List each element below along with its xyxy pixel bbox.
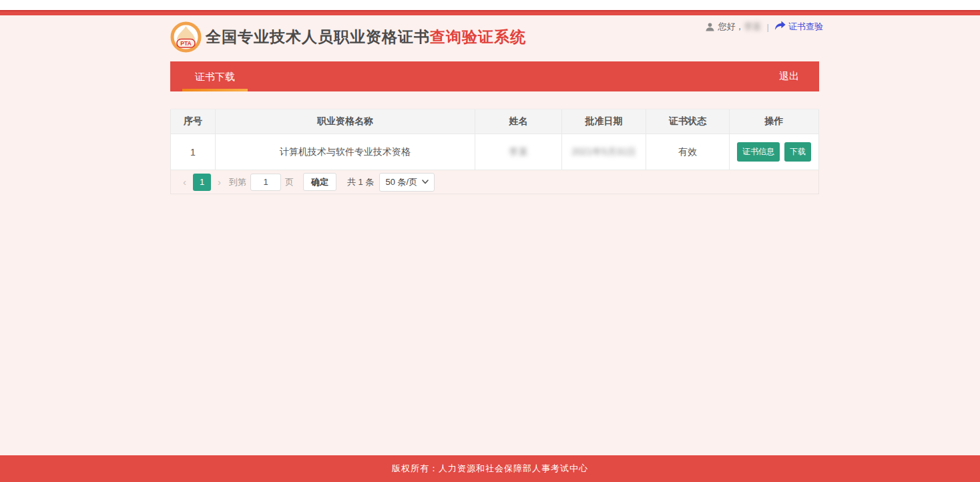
site-header: PTA 全国专业技术人员职业资格证书查询验证系统 您好， 李某 |: [170, 15, 819, 61]
total-count-label: 共 1 条: [347, 176, 374, 188]
navbar: 证书下载 退出: [170, 61, 819, 91]
page-size-value: 50 条/页: [385, 176, 417, 188]
user-icon: [705, 22, 715, 32]
page-title: 全国专业技术人员职业资格证书查询验证系统: [206, 27, 526, 47]
prev-page-button[interactable]: ‹: [179, 176, 190, 188]
header-status: 证书状态: [646, 109, 730, 134]
table-header-row: 序号 职业资格名称 姓名 批准日期 证书状态 操作: [170, 109, 819, 134]
cell-actions: 证书信息 下载: [730, 134, 819, 170]
confirm-page-button[interactable]: 确定: [303, 173, 336, 191]
certificate-verify-link[interactable]: 证书查验: [774, 21, 823, 33]
goto-prefix-label: 到第: [229, 176, 246, 188]
verify-link-label: 证书查验: [788, 21, 823, 33]
tab-certificate-download[interactable]: 证书下载: [182, 61, 248, 91]
header-name: 姓名: [475, 109, 562, 134]
top-white-strip: [0, 0, 980, 10]
copyright-text: 版权所有：人力资源和社会保障部人事考试中心: [392, 463, 588, 475]
page-title-main: 全国专业技术人员职业资格证书: [206, 28, 430, 45]
certificate-table: 序号 职业资格名称 姓名 批准日期 证书状态 操作 1 计算机技术与软件专业技术…: [170, 109, 819, 194]
cell-index: 1: [170, 134, 216, 170]
logout-button[interactable]: 退出: [779, 70, 819, 83]
cell-approval-date: 2021年5月31日: [562, 134, 646, 170]
goto-suffix-label: 页: [285, 176, 294, 188]
redacted-name: 李某: [509, 146, 528, 158]
cell-qualification: 计算机技术与软件专业技术资格: [216, 134, 475, 170]
greeting-separator: |: [767, 22, 769, 32]
cell-status: 有效: [646, 134, 730, 170]
chevron-down-icon: [422, 180, 429, 184]
greeting-user-name: 李某: [744, 21, 762, 33]
user-area: 您好， 李某 | 证书查验: [705, 21, 823, 33]
redacted-date: 2021年5月31日: [571, 146, 636, 158]
header-approval-date: 批准日期: [562, 109, 646, 134]
pta-logo-icon: PTA: [170, 21, 202, 53]
cell-name: 李某: [475, 134, 562, 170]
tab-label: 证书下载: [195, 71, 235, 82]
main-container: PTA 全国专业技术人员职业资格证书查询验证系统 您好， 李某 |: [170, 15, 819, 194]
share-arrow-icon: [774, 21, 788, 33]
header-index: 序号: [170, 109, 216, 134]
top-red-bar: [0, 10, 980, 15]
pagination-bar: ‹ 1 › 到第 页 确定 共 1 条 50 条/页: [170, 170, 819, 194]
page-size-select[interactable]: 50 条/页: [379, 173, 435, 192]
svg-text:PTA: PTA: [180, 40, 191, 47]
header-qualification: 职业资格名称: [216, 109, 475, 134]
footer: 版权所有：人力资源和社会保障部人事考试中心: [0, 455, 980, 482]
table-row: 1 计算机技术与软件专业技术资格 李某 2021年5月31日 有效 证书信息 下…: [170, 134, 819, 170]
current-page-button[interactable]: 1: [193, 174, 211, 191]
certificate-info-button[interactable]: 证书信息: [737, 142, 780, 162]
goto-page-input[interactable]: [250, 174, 281, 191]
next-page-button[interactable]: ›: [214, 176, 225, 188]
greeting-text: 您好，: [718, 21, 744, 33]
download-button[interactable]: 下载: [784, 142, 811, 162]
page-title-accent: 查询验证系统: [430, 28, 526, 45]
header-actions: 操作: [730, 109, 819, 134]
